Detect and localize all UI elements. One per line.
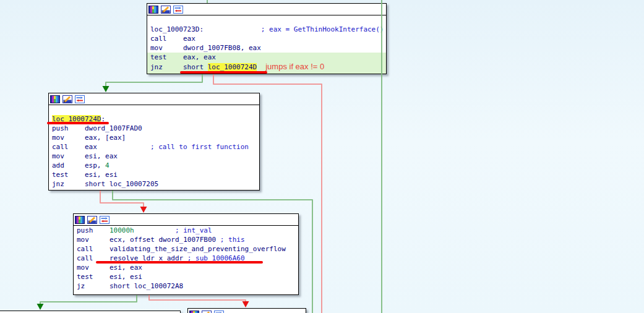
asm-comment: ; this xyxy=(220,236,245,244)
asm-line[interactable]: mov eax, [eax] xyxy=(52,133,259,142)
node-resolve-calls[interactable]: push 10000h ; int_valmov ecx, offset dwo… xyxy=(73,213,299,295)
asm-blank-line xyxy=(150,15,386,25)
asm-text: push dword_1007FAD0 xyxy=(52,124,142,132)
asm-text: mov esi, eax xyxy=(52,152,118,160)
asm-line[interactable]: mov esi, eax xyxy=(52,152,259,161)
asm-line[interactable]: jnz short loc_10007205 xyxy=(52,179,259,189)
edge-mid-fallthrough-arrowhead xyxy=(140,207,147,213)
asm-text: loc_1000723D: xyxy=(150,25,204,33)
asm-text: jz short loc_100072A8 xyxy=(77,282,183,290)
asm-text xyxy=(134,226,175,234)
asm-text: call eax xyxy=(52,143,97,151)
node-loc_1000723D[interactable]: loc_1000723D: ; eax = GetThinHookInterfa… xyxy=(147,3,387,74)
asm-line[interactable]: call eax xyxy=(150,34,386,43)
asm-text: jnz short loc_10007205 xyxy=(52,180,158,188)
asm-line[interactable]: call validating_the_size_and_preventing_… xyxy=(77,244,298,254)
asm-text: test esi, esi xyxy=(77,273,142,281)
edge-third-jump-taken xyxy=(40,295,137,304)
node-title-bar xyxy=(74,214,298,226)
asm-line[interactable]: test eax, eax xyxy=(147,53,386,62)
node-loc_1000724D[interactable]: loc_1000724D:push dword_1007FAD0mov eax,… xyxy=(48,93,260,191)
color-palette-icon[interactable] xyxy=(189,311,199,313)
color-palette-icon[interactable] xyxy=(148,6,158,14)
graph-group-icon[interactable] xyxy=(214,311,224,313)
asm-number: 10000h xyxy=(109,226,134,234)
asm-text: push xyxy=(77,226,109,234)
asm-line[interactable]: push dword_1007FAD0 xyxy=(52,124,259,133)
graph-canvas[interactable]: loc_1000723D: ; eax = GetThinHookInterfa… xyxy=(0,0,644,313)
edge-third-fallthrough-arrowhead xyxy=(243,301,249,307)
edge-mid-fallthrough xyxy=(100,191,144,207)
node-bottom-middle-partial[interactable] xyxy=(187,308,306,313)
asm-line[interactable]: mov ecx, offset dword_1007FB00 ; this xyxy=(77,235,298,244)
edit-pencil-icon[interactable] xyxy=(161,6,171,14)
graph-group-icon[interactable] xyxy=(75,95,85,103)
asm-comment: ; int_val xyxy=(175,226,212,234)
asm-line[interactable]: loc_1000723D: ; eax = GetThinHookInterfa… xyxy=(150,25,386,34)
asm-line[interactable]: mov esi, eax xyxy=(77,263,298,272)
graph-group-icon[interactable] xyxy=(173,6,183,14)
node-title-bar xyxy=(49,93,259,105)
asm-line[interactable]: call eax ; call to first function xyxy=(52,142,259,152)
color-palette-icon[interactable] xyxy=(75,216,85,224)
asm-text xyxy=(97,143,150,151)
node-code: loc_1000723D: ; eax = GetThinHookInterfa… xyxy=(147,15,386,74)
asm-line[interactable]: test esi, esi xyxy=(77,272,298,281)
asm-line[interactable]: test esi, esi xyxy=(52,170,259,179)
asm-text: mov eax, [eax] xyxy=(52,134,126,142)
asm-comment: ; call to first function xyxy=(150,143,249,151)
asm-text: mov dword_1007FB08, eax xyxy=(150,44,261,52)
color-palette-icon[interactable] xyxy=(50,95,60,103)
asm-blank-line xyxy=(52,105,259,114)
node-title-bar xyxy=(188,309,306,313)
asm-text xyxy=(204,25,261,33)
node-bottom-left-partial[interactable] xyxy=(0,311,181,313)
red-underline-loc-label xyxy=(47,122,109,124)
asm-text: call validating_the_size_and_preventing_… xyxy=(77,245,286,253)
edit-pencil-icon[interactable] xyxy=(202,311,212,313)
asm-line[interactable]: jz short loc_100072A8 xyxy=(77,281,298,291)
red-underline-jnz-target xyxy=(180,71,267,74)
edge-top-jump-taken xyxy=(106,74,202,87)
asm-line[interactable]: add esp, 4 xyxy=(52,161,259,170)
asm-line[interactable]: push 10000h ; int_val xyxy=(77,226,298,235)
edit-pencil-icon[interactable] xyxy=(62,95,72,103)
asm-text: call eax xyxy=(150,35,195,43)
node-title-bar xyxy=(147,4,386,15)
asm-text: add esp, xyxy=(52,161,105,169)
asm-text: mov esi, eax xyxy=(77,264,142,272)
graph-group-icon[interactable] xyxy=(100,216,109,224)
node-code: push 10000h ; int_valmov ecx, offset dwo… xyxy=(74,226,298,294)
red-annotation-text: jumps if eax != 0 xyxy=(265,62,324,71)
highlighted-token: loc_1000724D xyxy=(208,63,257,71)
asm-text: mov ecx, offset dword_1007FB00 xyxy=(77,236,220,244)
asm-text: test eax, eax xyxy=(150,53,216,61)
asm-line[interactable]: jnz short loc_1000724Djumps if eax != 0 xyxy=(147,62,386,71)
asm-text: jnz short xyxy=(150,63,208,71)
asm-comment: ; eax = GetThinHookInterface() xyxy=(261,25,384,33)
edit-pencil-icon[interactable] xyxy=(87,216,97,224)
edge-top-jump-taken-arrowhead xyxy=(103,86,109,92)
edge-third-jump-taken-arrowhead xyxy=(37,304,44,310)
asm-line[interactable]: mov dword_1007FB08, eax xyxy=(150,43,386,53)
node-code: loc_1000724D:push dword_1007FAD0mov eax,… xyxy=(49,105,259,190)
edge-third-fallthrough xyxy=(149,295,246,302)
red-underline-resolve-call xyxy=(96,261,263,264)
asm-text: test esi, esi xyxy=(52,171,118,179)
asm-number: 4 xyxy=(105,161,109,169)
